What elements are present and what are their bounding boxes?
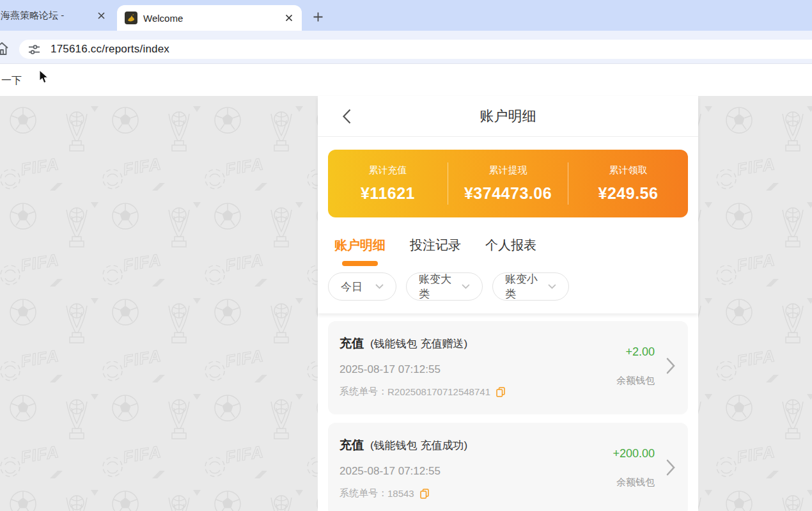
filter-label: 今日 (341, 279, 363, 294)
browser-toolbar: 175616.cc/reports/index (0, 31, 812, 64)
summary-value: ¥11621 (361, 184, 415, 203)
summary-recharge: 累计充值 ¥11621 (328, 150, 448, 217)
filter-label: 账变大类 (419, 272, 462, 301)
tab-title: 海燕策略论坛 - (1, 10, 76, 22)
order-number: 18543 (387, 488, 414, 499)
record-wallet: 余额钱包 (613, 476, 655, 489)
record-amount-block: +2.00 余额钱包 (616, 345, 655, 387)
browser-tab-welcome[interactable]: Welcome (117, 5, 302, 31)
record-row[interactable]: 充值 (钱能钱包 充值赠送) 2025-08-17 07:12:55 系统单号：… (328, 321, 688, 414)
summary-label: 累计充值 (369, 164, 407, 177)
web-page: 一下 FIFA (0, 64, 812, 511)
page-title: 账户明细 (480, 107, 536, 126)
record-amount: +2.00 (616, 345, 655, 359)
order-label: 系统单号： (340, 386, 387, 398)
copy-icon[interactable] (496, 387, 505, 397)
record-wallet: 余额钱包 (616, 375, 655, 387)
record-type: 充值 (340, 335, 364, 352)
tab-label: 个人报表 (485, 237, 536, 254)
record-desc: (钱能钱包 充值赠送) (370, 336, 467, 351)
stray-page-text: 一下 (1, 74, 22, 88)
order-number: R202508170712548741 (387, 386, 490, 397)
tab-account-details[interactable]: 账户明细 (334, 235, 386, 255)
chevron-down-icon (548, 284, 556, 289)
summary-label: 累计提现 (489, 164, 527, 177)
mouse-cursor-icon (39, 70, 49, 86)
filter-major-type-dropdown[interactable]: 账变大类 (406, 272, 483, 301)
record-amount: +200.00 (613, 447, 655, 460)
filter-date-dropdown[interactable]: 今日 (328, 272, 396, 301)
summary-claimed: 累计领取 ¥249.56 (568, 150, 688, 217)
back-button[interactable] (337, 106, 356, 127)
chevron-down-icon (375, 284, 384, 289)
record-order-line: 系统单号： R202508170712548741 (340, 386, 675, 398)
content-column: 账户明细 累计充值 ¥11621 累计提现 ¥374473.06 累计领取 ¥2… (318, 96, 698, 511)
record-row[interactable]: 充值 (钱能钱包 充值成功) 2025-08-17 07:12:55 系统单号：… (328, 423, 688, 511)
chevron-right-icon[interactable] (666, 459, 675, 478)
chevron-right-icon[interactable] (666, 358, 675, 377)
order-label: 系统单号： (340, 487, 387, 499)
active-tab-underline (342, 261, 378, 266)
browser-tab-forum[interactable]: 海燕策略论坛 - (0, 0, 113, 31)
summary-value: ¥374473.06 (464, 184, 552, 203)
summary-value: ¥249.56 (598, 184, 659, 203)
record-desc: (钱能钱包 充值成功) (370, 438, 467, 453)
filter-label: 账变小类 (505, 272, 548, 301)
site-favicon-icon (125, 12, 137, 24)
new-tab-button[interactable] (309, 8, 326, 25)
record-order-line: 系统单号： 18543 (340, 487, 675, 499)
site-settings-icon[interactable] (28, 44, 40, 55)
account-panel: 账户明细 累计充值 ¥11621 累计提现 ¥374473.06 累计领取 ¥2… (318, 96, 698, 313)
close-icon[interactable] (283, 12, 295, 24)
tab-personal-report[interactable]: 个人报表 (485, 235, 536, 255)
tab-title: Welcome (143, 13, 283, 24)
url-text[interactable]: 175616.cc/reports/index (51, 43, 169, 56)
summary-withdraw: 累计提现 ¥374473.06 (448, 150, 568, 217)
home-icon[interactable] (0, 42, 10, 58)
copy-icon[interactable] (420, 489, 429, 499)
address-bar[interactable]: 175616.cc/reports/index (19, 40, 812, 59)
page-header: 账户明细 (318, 96, 698, 137)
tab-label: 账户明细 (334, 237, 386, 254)
summary-card: 累计充值 ¥11621 累计提现 ¥374473.06 累计领取 ¥249.56 (328, 150, 688, 217)
tab-label: 投注记录 (410, 237, 461, 254)
close-icon[interactable] (95, 9, 107, 22)
filter-minor-type-dropdown[interactable]: 账变小类 (492, 272, 569, 301)
record-list: 充值 (钱能钱包 充值赠送) 2025-08-17 07:12:55 系统单号：… (318, 313, 698, 511)
filter-row: 今日 账变大类 账变小类 (328, 272, 688, 313)
record-amount-block: +200.00 余额钱包 (613, 447, 655, 489)
section-tabs: 账户明细 投注记录 个人报表 (334, 235, 698, 255)
chevron-down-icon (462, 284, 470, 289)
summary-label: 累计领取 (609, 164, 648, 177)
record-type: 充值 (340, 437, 364, 453)
browser-tabstrip: 海燕策略论坛 - Welcome (0, 0, 812, 31)
tab-bet-records[interactable]: 投注记录 (410, 235, 461, 255)
